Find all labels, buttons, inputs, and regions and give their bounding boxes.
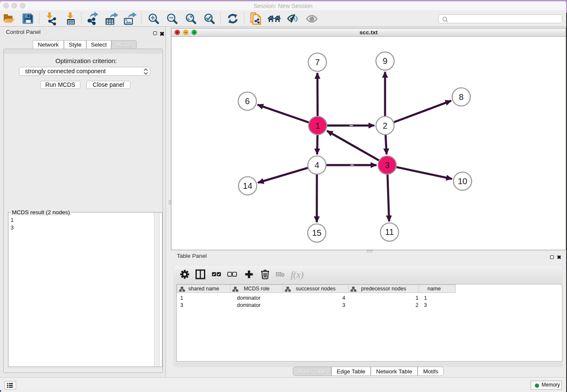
svg-text:10: 10 — [458, 177, 467, 186]
svg-text:2: 2 — [383, 121, 387, 130]
svg-text:6: 6 — [245, 97, 250, 106]
svg-text:f(x): f(x) — [291, 269, 304, 280]
svg-text:9: 9 — [383, 56, 387, 66]
svg-text:4: 4 — [314, 160, 319, 170]
svg-text:15: 15 — [312, 228, 321, 237]
svg-text:8: 8 — [459, 92, 463, 102]
svg-text:7: 7 — [315, 58, 319, 67]
svg-text:1: 1 — [315, 121, 320, 130]
svg-text:11: 11 — [385, 227, 394, 237]
svg-text:14: 14 — [243, 181, 252, 190]
svg-text:3: 3 — [385, 160, 389, 170]
